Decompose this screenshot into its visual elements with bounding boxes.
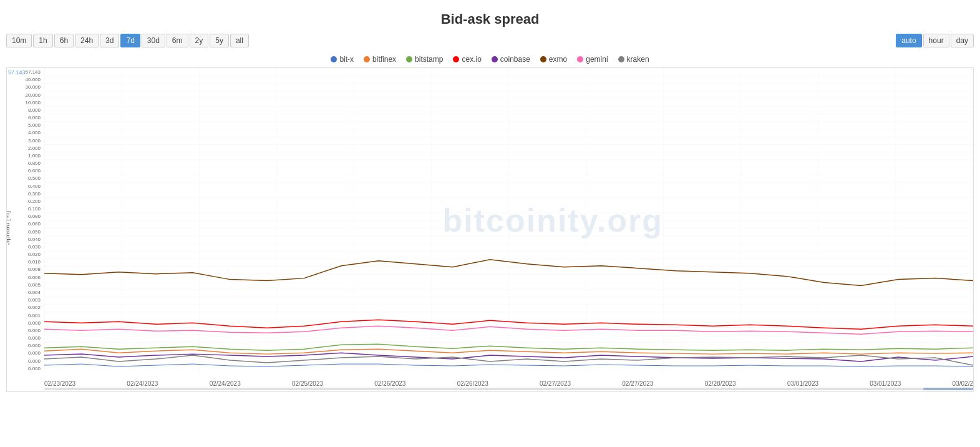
y-tick: 30.000 bbox=[26, 84, 41, 90]
legend-item-exmo: exmo bbox=[540, 55, 567, 64]
y-tick: 3.000 bbox=[28, 138, 41, 144]
legend-item-bit-x: bit-x bbox=[331, 55, 354, 64]
x-tick: 02/26/2023 bbox=[457, 380, 488, 387]
time-btn-24h[interactable]: 24h bbox=[75, 34, 99, 47]
chart-inner: bitcoinity.org bbox=[44, 68, 973, 373]
y-tick: 0.030 bbox=[28, 244, 41, 250]
time-btn-all[interactable]: all bbox=[230, 34, 249, 47]
legend-item-cex.io: cex.io bbox=[453, 55, 481, 64]
x-tick: 02/24/2023 bbox=[127, 380, 158, 387]
y-tick: 40.000 bbox=[26, 77, 41, 82]
y-tick: 4.000 bbox=[28, 130, 41, 135]
y-tick: 0.001 bbox=[28, 313, 41, 318]
legend-item-gemini: gemini bbox=[577, 55, 608, 64]
time-btn-1h[interactable]: 1h bbox=[33, 34, 52, 47]
page-container: Bid-ask spread 10m1h6h24h3d7d30d6m2y5yal… bbox=[0, 0, 980, 447]
legend-item-coinbase: coinbase bbox=[492, 55, 530, 64]
scrollbar-track[interactable] bbox=[44, 388, 973, 390]
x-tick: 03/01/2023 bbox=[787, 380, 818, 387]
y-tick: 0.000 bbox=[28, 366, 41, 371]
time-btn-6m[interactable]: 6m bbox=[167, 34, 188, 47]
x-tick: 02/25/2023 bbox=[292, 380, 323, 387]
y-tick: 0.000 bbox=[28, 320, 41, 326]
legend-dot-bitstamp bbox=[406, 56, 412, 62]
time-btn-10m[interactable]: 10m bbox=[6, 34, 32, 47]
legend-label-bit-x: bit-x bbox=[339, 55, 354, 64]
y-tick: 0.100 bbox=[28, 206, 41, 212]
time-buttons: 10m1h6h24h3d7d30d6m2y5yall bbox=[6, 34, 249, 47]
res-btn-hour[interactable]: hour bbox=[923, 34, 949, 47]
legend-label-kraken: kraken bbox=[627, 55, 649, 64]
legend-dot-coinbase bbox=[492, 56, 498, 62]
time-btn-3d[interactable]: 3d bbox=[100, 34, 119, 47]
y-tick: 0.050 bbox=[28, 229, 41, 235]
y-tick: 2.000 bbox=[28, 145, 41, 151]
y-tick: 0.003 bbox=[28, 297, 41, 303]
y-tick: 0.002 bbox=[28, 305, 41, 310]
chart-title: Bid-ask spread bbox=[0, 11, 980, 27]
legend-item-bitstamp: bitstamp bbox=[406, 55, 443, 64]
y-tick: 0.020 bbox=[28, 252, 41, 257]
legend-dot-cex.io bbox=[453, 56, 459, 62]
toolbar: 10m1h6h24h3d7d30d6m2y5yall autohourday bbox=[0, 34, 980, 52]
legend-label-coinbase: coinbase bbox=[500, 55, 530, 64]
y-tick: 0.010 bbox=[28, 259, 41, 265]
y-tick: 0.200 bbox=[28, 199, 41, 204]
y-tick: 0.500 bbox=[28, 175, 41, 181]
time-btn-7d[interactable]: 7d bbox=[120, 34, 140, 47]
y-tick: 10.000 bbox=[26, 100, 41, 106]
y-tick: 0.600 bbox=[28, 168, 41, 174]
time-btn-2y[interactable]: 2y bbox=[190, 34, 209, 47]
legend-item-kraken: kraken bbox=[618, 55, 649, 64]
time-btn-5y[interactable]: 5y bbox=[210, 34, 229, 47]
x-tick: 02/27/2023 bbox=[540, 380, 571, 387]
y-tick: 20.000 bbox=[26, 92, 41, 98]
x-tick: 03/01/2023 bbox=[870, 380, 901, 387]
x-tick: 02/28/2023 bbox=[705, 380, 736, 387]
y-tick: 1.000 bbox=[28, 153, 41, 159]
chart-area: Spread [%] 57.14340.00030.00020.00010.00… bbox=[6, 67, 974, 392]
y-tick: 0.000 bbox=[28, 350, 41, 356]
time-btn-30d[interactable]: 30d bbox=[142, 34, 165, 47]
legend-label-exmo: exmo bbox=[549, 55, 567, 64]
x-tick: 02/27/2023 bbox=[622, 380, 653, 387]
legend-dot-bitfinex bbox=[364, 56, 370, 62]
y-tick: 0.000 bbox=[28, 343, 41, 348]
scrollbar-thumb[interactable] bbox=[923, 388, 973, 390]
y-tick: 0.004 bbox=[28, 290, 41, 295]
y-tick: 0.006 bbox=[28, 275, 41, 280]
y-tick: 0.005 bbox=[28, 282, 41, 288]
legend: bit-xbitfinexbitstampcex.iocoinbaseexmog… bbox=[0, 52, 980, 67]
legend-dot-kraken bbox=[618, 56, 624, 62]
y-tick: 0.000 bbox=[28, 328, 41, 333]
legend-label-gemini: gemini bbox=[586, 55, 608, 64]
y-tick: 0.300 bbox=[28, 191, 41, 197]
y-tick: 0.000 bbox=[28, 358, 41, 364]
y-tick: 0.400 bbox=[28, 184, 41, 189]
x-tick: 02/24/2023 bbox=[210, 380, 241, 387]
y-tick: 57.143 bbox=[26, 69, 41, 75]
y-tick: 0.060 bbox=[28, 221, 41, 227]
time-btn-6h[interactable]: 6h bbox=[54, 34, 74, 47]
chart-header: Bid-ask spread bbox=[0, 0, 980, 34]
x-tick: 02/26/2023 bbox=[374, 380, 405, 387]
x-tick: 02/23/2023 bbox=[44, 380, 75, 387]
res-btn-day[interactable]: day bbox=[951, 34, 974, 47]
legend-dot-gemini bbox=[577, 56, 583, 62]
legend-dot-bit-x bbox=[331, 56, 337, 62]
legend-item-bitfinex: bitfinex bbox=[364, 55, 396, 64]
svg-rect-3 bbox=[44, 68, 973, 373]
res-btn-auto[interactable]: auto bbox=[896, 34, 921, 47]
y-tick: 0.000 bbox=[28, 335, 41, 341]
y-tick: 0.800 bbox=[28, 160, 41, 166]
y-tick: 8.000 bbox=[28, 107, 41, 113]
x-tick: 03/02/2 bbox=[953, 380, 973, 387]
y-axis: 57.14340.00030.00020.00010.0008.0006.000… bbox=[7, 68, 43, 373]
y-tick: 0.080 bbox=[28, 214, 41, 219]
legend-label-cex.io: cex.io bbox=[462, 55, 481, 64]
y-tick: 0.040 bbox=[28, 237, 41, 242]
legend-dot-exmo bbox=[540, 56, 546, 62]
resolution-buttons: autohourday bbox=[896, 34, 974, 47]
y-tick: 6.000 bbox=[28, 115, 41, 120]
legend-label-bitfinex: bitfinex bbox=[372, 55, 396, 64]
